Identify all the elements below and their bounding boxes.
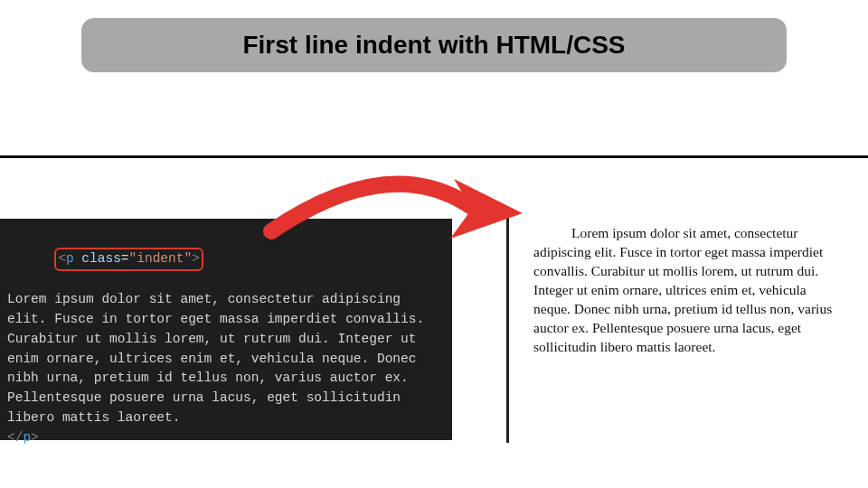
horizontal-divider	[0, 155, 868, 158]
highlighted-open-tag: <p class="indent">	[54, 248, 203, 271]
angle-bracket: </	[7, 430, 23, 445]
attr-value: "indent"	[129, 251, 193, 266]
equals-sign: =	[121, 251, 129, 266]
page-title: First line indent with HTML/CSS	[81, 18, 787, 72]
angle-bracket: >	[31, 430, 39, 445]
tag-name: p	[23, 430, 31, 445]
rendered-output-panel: Lorem ipsum dolor sit amet, consectetur …	[533, 224, 841, 356]
rendered-paragraph: Lorem ipsum dolor sit amet, consectetur …	[533, 224, 841, 356]
code-close-tag-line: </p>	[7, 428, 441, 448]
tag-name: p	[66, 251, 74, 266]
code-open-tag-line: <p class="indent">	[7, 228, 441, 290]
code-body-text: Lorem ipsum dolor sit amet, consectetur …	[7, 290, 441, 427]
attr-name: class	[81, 251, 121, 266]
vertical-divider	[506, 208, 509, 443]
code-editor-panel: <p class="indent"> Lorem ipsum dolor sit…	[0, 219, 452, 440]
angle-bracket: <	[58, 251, 66, 266]
angle-bracket: >	[192, 251, 200, 266]
